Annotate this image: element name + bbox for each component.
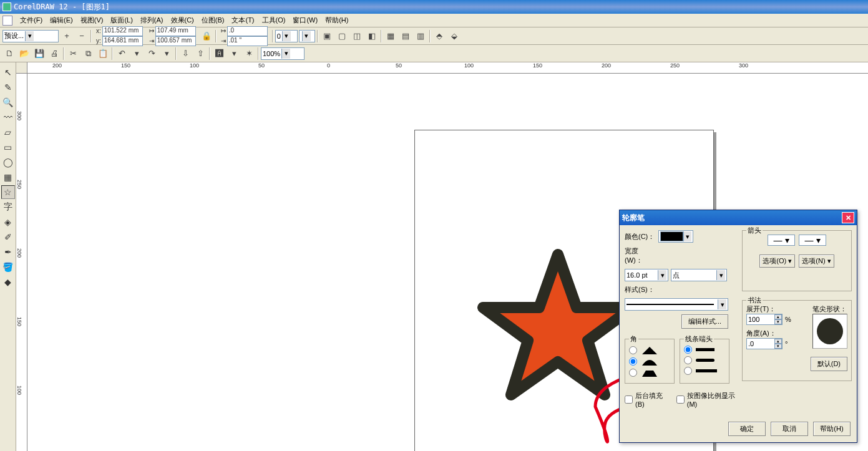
interactive-blend-tool[interactable]: ◈	[1, 215, 15, 229]
add-preset-button[interactable]: +	[60, 29, 74, 43]
weld-button[interactable]: ⬘	[432, 29, 446, 43]
menu-file[interactable]: 文件(F)	[16, 14, 46, 26]
chevron-down-icon[interactable]: ▾	[683, 231, 691, 241]
launch-app-button[interactable]: 🅰	[212, 47, 226, 61]
ok-button[interactable]: 确定	[728, 422, 766, 436]
cap-butt-radio[interactable]	[684, 346, 692, 354]
undo-dd[interactable]: ▾	[130, 47, 144, 61]
cancel-button[interactable]: 取消	[771, 422, 808, 436]
outline-tool[interactable]: ✒	[1, 245, 15, 259]
stretch-input[interactable]	[747, 314, 774, 324]
color-picker[interactable]: ▾	[658, 230, 693, 243]
options-n-button[interactable]: 选项(N) ▾	[799, 255, 834, 268]
menu-window[interactable]: 窗口(W)	[289, 14, 321, 26]
points-combo[interactable]: 0▾	[275, 30, 298, 42]
star-shape[interactable]	[477, 248, 639, 410]
corner-round-row[interactable]	[629, 357, 670, 366]
chevron-down-icon[interactable]: ▾	[718, 299, 726, 309]
menu-text[interactable]: 文本(T)	[228, 14, 258, 26]
open-button[interactable]: 📂	[17, 47, 31, 61]
width-field[interactable]: 107.49 mm	[155, 26, 196, 36]
corner-bevel-row[interactable]	[629, 368, 670, 377]
rectangle-tool[interactable]: ▭	[1, 140, 15, 154]
chevron-down-icon[interactable]: ▾	[658, 270, 666, 280]
to-front-button[interactable]: ▣	[320, 29, 334, 43]
cut-button[interactable]: ✂	[66, 47, 80, 61]
width-combo[interactable]: 16.0 pt ▾	[625, 269, 668, 281]
style-combo[interactable]: ▾	[625, 298, 728, 311]
group-button[interactable]: ▦	[384, 29, 397, 43]
menu-edit[interactable]: 编辑(E)	[46, 14, 77, 26]
angle-spinner[interactable]: ▴▾	[746, 338, 783, 349]
interactive-fill-tool[interactable]: ◆	[1, 275, 15, 289]
x-position[interactable]: 101.522 mm	[102, 26, 143, 36]
copy-button[interactable]: ⧉	[81, 47, 95, 61]
corner-miter-row[interactable]	[629, 346, 670, 354]
launch-dd[interactable]: ▾	[227, 47, 241, 61]
chevron-down-icon[interactable]: ▾	[25, 31, 34, 41]
import-button[interactable]: ⇩	[178, 47, 192, 61]
zoom-combo[interactable]: 100% ▾	[261, 47, 305, 60]
close-icon[interactable]: ✕	[842, 212, 854, 223]
menu-arrange[interactable]: 排列(A)	[137, 14, 167, 26]
break-apart-button[interactable]: ◫	[350, 29, 364, 43]
end-arrow-combo[interactable]: —▾	[799, 235, 826, 246]
chevron-down-icon[interactable]: ▾	[281, 49, 290, 59]
rotation-field[interactable]: .0	[227, 26, 268, 36]
trim-button[interactable]: ⬙	[447, 29, 461, 43]
fill-tool[interactable]: 🪣	[1, 260, 15, 274]
to-back-button[interactable]: ▢	[335, 29, 349, 43]
corner-round-radio[interactable]	[629, 357, 637, 366]
edit-style-button[interactable]: 编辑样式...	[681, 314, 728, 329]
width-unit-combo[interactable]: 点 ▾	[671, 269, 727, 281]
height-field[interactable]: 100.657 mm	[155, 36, 196, 46]
scale-image-checkbox-row[interactable]: 按图像比例显示(M)	[676, 391, 741, 408]
spin-up[interactable]: ▴	[774, 339, 782, 344]
lock-icon[interactable]: 🔒	[200, 29, 213, 43]
menu-effects[interactable]: 效果(C)	[167, 14, 198, 26]
chevron-down-icon[interactable]: ▾	[716, 270, 725, 280]
subpoints-combo[interactable]: ▾	[299, 30, 315, 42]
freehand-tool[interactable]: 〰	[1, 110, 15, 124]
ellipse-tool[interactable]: ◯	[1, 155, 15, 169]
cap-square-row[interactable]	[684, 367, 725, 375]
menu-layout[interactable]: 版面(L)	[107, 14, 136, 26]
back-fill-checkbox[interactable]	[625, 395, 633, 404]
menu-help[interactable]: 帮助(H)	[321, 14, 352, 26]
angle-input[interactable]	[747, 339, 774, 349]
scale-image-checkbox[interactable]	[676, 395, 685, 404]
menu-view[interactable]: 视图(V)	[77, 14, 107, 26]
align-button[interactable]: ▥	[414, 29, 427, 43]
back-fill-checkbox-row[interactable]: 后台填充(B)	[625, 391, 669, 408]
cap-round-radio[interactable]	[684, 356, 692, 364]
smart-draw-tool[interactable]: ▱	[1, 125, 15, 139]
shape-tool[interactable]: ✎	[1, 80, 15, 94]
new-button[interactable]: 🗋	[2, 47, 16, 61]
cap-round-row[interactable]	[684, 356, 725, 364]
corner-miter-radio[interactable]	[629, 346, 637, 354]
combine-button[interactable]: ◧	[365, 29, 379, 43]
redo-dd[interactable]: ▾	[160, 47, 173, 61]
menu-tools[interactable]: 工具(O)	[258, 14, 290, 26]
scale-field[interactable]: .01 "	[227, 36, 268, 46]
corner-bevel-radio[interactable]	[629, 369, 637, 377]
graph-paper-tool[interactable]: ▦	[1, 170, 15, 184]
menu-bitmaps[interactable]: 位图(B)	[198, 14, 228, 26]
spin-down[interactable]: ▾	[774, 344, 782, 349]
stretch-spinner[interactable]: ▴▾	[746, 314, 783, 325]
undo-button[interactable]: ↶	[115, 47, 129, 61]
text-tool[interactable]: 字	[1, 200, 15, 214]
corel-online-button[interactable]: ✶	[242, 47, 256, 61]
print-button[interactable]: 🖨	[47, 47, 61, 61]
default-button[interactable]: 默认(D)	[811, 357, 847, 371]
ungroup-button[interactable]: ▤	[399, 29, 412, 43]
help-button[interactable]: 帮助(H)	[813, 422, 851, 436]
y-position[interactable]: 164.681 mm	[102, 36, 143, 46]
eyedropper-tool[interactable]: ✐	[1, 230, 15, 244]
outline-pen-dialog[interactable]: 轮廓笔 ✕ 颜色(C)： ▾ 宽度(W)： 16.0 pt ▾ 点	[619, 210, 857, 443]
spin-up[interactable]: ▴	[774, 314, 782, 319]
star-tool[interactable]: ☆	[1, 185, 15, 199]
cap-butt-row[interactable]	[684, 346, 725, 354]
remove-preset-button[interactable]: −	[75, 29, 89, 43]
dialog-title-bar[interactable]: 轮廓笔 ✕	[620, 210, 857, 225]
